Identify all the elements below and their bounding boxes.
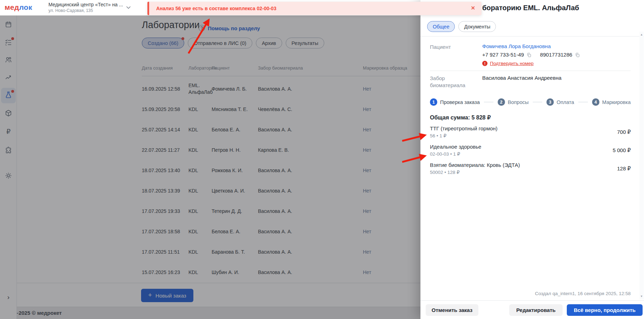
clinic-address: ул. Ново-Садовая, 135 xyxy=(48,8,123,13)
step-1-order-check: 1 Проверка заказа xyxy=(430,98,480,106)
order-stepper: 1 Проверка заказа 2 Вопросы 3 Оплата 4 М… xyxy=(430,98,631,106)
alert-banner: Анализ 56 уже есть в составе комплекса 0… xyxy=(147,2,482,15)
step-label: Маркировка xyxy=(602,99,631,105)
step-circle: 4 xyxy=(592,98,599,106)
step-2-questions: 2 Вопросы xyxy=(498,98,529,106)
order-detail-panel: бораторию EML. АльфаЛаб Общее Документы … xyxy=(420,0,644,319)
logo-part-red: мед xyxy=(5,3,19,11)
clinic-selector[interactable]: Медицинский центр «Тест» на ... ул. Ново… xyxy=(48,2,123,13)
item-price: 700 ₽ xyxy=(617,129,631,135)
step-3-payment: 3 Оплата xyxy=(546,98,574,106)
patient-label: Пациент xyxy=(430,44,451,51)
chevron-down-icon[interactable] xyxy=(126,5,131,12)
cancel-order-button[interactable]: Отменить заказ xyxy=(426,304,478,316)
order-item-info: ТТГ (тиреотропный гормон) 56 • 1 ₽ xyxy=(430,125,498,138)
step-label: Вопросы xyxy=(508,99,529,105)
panel-footer: Отменить заказ Редактировать Всё верно, … xyxy=(420,300,644,319)
item-code: 50002 • 128 ₽ xyxy=(430,169,520,175)
continue-button[interactable]: Всё верно, продолжить xyxy=(567,304,643,316)
scroll-up-icon[interactable]: ▲ xyxy=(639,33,644,36)
total-sum: Общая сумма: 5 828 ₽ xyxy=(430,114,491,121)
phone-secondary: 89017731286 xyxy=(540,52,572,58)
panel-scrollbar[interactable]: ▲ ▼ xyxy=(639,32,644,299)
clinic-name: Медицинский центр «Тест» на ... xyxy=(48,2,123,7)
order-items: ТТГ (тиреотропный гормон) 56 • 1 ₽ 700 ₽… xyxy=(430,125,631,180)
item-name: Идеальное здоровье xyxy=(430,144,481,150)
patient-name-link[interactable]: Фомичева Лора Богдановна xyxy=(482,43,551,49)
copy-icon[interactable] xyxy=(526,52,532,58)
exclamation-icon: ! xyxy=(482,61,487,66)
patient-phones: +7 927 733-51-49 89017731286 xyxy=(482,52,580,58)
phone-primary: +7 927 733-51-49 xyxy=(482,52,524,58)
app-logo: медлок xyxy=(5,3,32,12)
alert-close-icon[interactable]: ✕ xyxy=(471,5,475,11)
scroll-down-icon[interactable]: ▼ xyxy=(639,295,644,298)
created-by: Создал qa_intern1, 16 сентября 2025, 12:… xyxy=(535,291,631,296)
panel-title: бораторию EML. АльфаЛаб xyxy=(482,4,579,12)
modal-dim-overlay xyxy=(0,15,420,319)
order-item: Взятие биоматериала: Кровь (ЭДТА) 50002 … xyxy=(430,162,631,175)
copy-icon[interactable] xyxy=(575,52,580,58)
tab-documents-label: Документы xyxy=(464,24,490,30)
step-label: Оплата xyxy=(557,99,574,105)
sampling-value: Василова Анастасия Андреевна xyxy=(482,75,562,81)
order-item-info: Идеальное здоровье 02-00-03 • 1 ₽ xyxy=(430,144,481,157)
panel-divider xyxy=(430,71,631,71)
item-code: 56 • 1 ₽ xyxy=(430,133,498,138)
sampling-label: Забор биоматериала xyxy=(430,75,465,89)
item-price: 5 000 ₽ xyxy=(613,147,631,154)
logo-part-blue: лок xyxy=(19,3,32,11)
confirm-phone-label: Подтвердить номер xyxy=(490,61,533,66)
step-circle: 2 xyxy=(498,98,505,106)
edit-button[interactable]: Редактировать xyxy=(509,304,563,316)
tab-general-label: Общее xyxy=(433,24,449,30)
step-4-marking: 4 Маркировка xyxy=(592,98,631,106)
tab-general[interactable]: Общее xyxy=(427,21,455,32)
panel-divider xyxy=(420,36,644,37)
step-connector xyxy=(533,102,542,103)
order-item-info: Взятие биоматериала: Кровь (ЭДТА) 50002 … xyxy=(430,162,520,175)
step-connector xyxy=(484,102,493,103)
item-name: Взятие биоматериала: Кровь (ЭДТА) xyxy=(430,162,520,168)
item-code: 02-00-03 • 1 ₽ xyxy=(430,151,481,157)
order-item: ТТГ (тиреотропный гормон) 56 • 1 ₽ 700 ₽ xyxy=(430,125,631,138)
item-price: 128 ₽ xyxy=(617,165,631,172)
step-circle: 3 xyxy=(546,98,554,106)
item-name: ТТГ (тиреотропный гормон) xyxy=(430,125,498,131)
step-circle: 1 xyxy=(430,98,437,106)
order-item: Идеальное здоровье 02-00-03 • 1 ₽ 5 000 … xyxy=(430,144,631,157)
panel-tabs: Общее Документы xyxy=(427,21,496,32)
step-label: Проверка заказа xyxy=(440,99,480,105)
tab-documents[interactable]: Документы xyxy=(458,21,496,32)
confirm-phone-link[interactable]: ! Подтвердить номер xyxy=(482,61,533,66)
alert-text: Анализ 56 уже есть в составе комплекса 0… xyxy=(156,6,276,11)
step-connector xyxy=(578,102,588,103)
